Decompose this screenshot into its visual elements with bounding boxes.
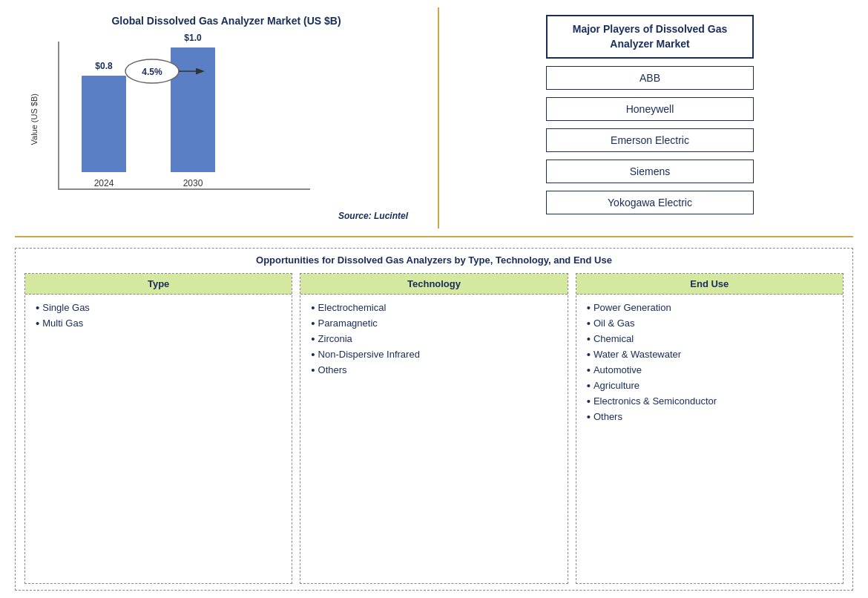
cagr-svg: 4.5% bbox=[115, 56, 211, 116]
top-section: Global Dissolved Gas Analyzer Market (US… bbox=[15, 7, 853, 237]
col-type-content: • Single Gas • Multi Gas bbox=[25, 295, 292, 336]
bullet-e5: • bbox=[587, 380, 591, 391]
source-label: Source: Lucintel bbox=[30, 211, 423, 221]
bar-year-2030: 2030 bbox=[183, 178, 203, 188]
enduse-item-6: • Electronics & Semiconductor bbox=[587, 395, 832, 407]
type-item-0: • Single Gas bbox=[36, 302, 281, 313]
col-type-header: Type bbox=[25, 274, 292, 295]
bullet-t1: • bbox=[311, 318, 315, 329]
col-technology: Technology • Electrochemical • Paramagne… bbox=[300, 273, 568, 584]
bullet-t3: • bbox=[311, 349, 315, 360]
bullet-t4: • bbox=[311, 364, 315, 375]
tech-item-4: • Others bbox=[311, 364, 556, 375]
col-type: Type • Single Gas • Multi Gas bbox=[24, 273, 292, 584]
col-technology-content: • Electrochemical • Paramagnetic • Zirco… bbox=[300, 295, 567, 383]
columns-row: Type • Single Gas • Multi Gas Technology… bbox=[24, 273, 844, 584]
players-title: Major Players of Dissolved Gas Analyzer … bbox=[546, 15, 754, 59]
bullet-t0: • bbox=[311, 302, 315, 313]
chart-section: Global Dissolved Gas Analyzer Market (US… bbox=[15, 7, 430, 229]
enduse-item-7: • Others bbox=[587, 411, 832, 422]
bars-container: $0.8 2024 $1.0 2030 bbox=[58, 42, 310, 190]
bar-value-2024: $0.8 bbox=[95, 61, 112, 71]
bullet-e4: • bbox=[587, 364, 591, 375]
enduse-item-4: • Automotive bbox=[587, 364, 832, 375]
player-yokogawa: Yokogawa Electric bbox=[546, 191, 754, 214]
player-siemens: Siemens bbox=[546, 160, 754, 183]
player-honeywell: Honeywell bbox=[546, 97, 754, 121]
enduse-item-0: • Power Generation bbox=[587, 302, 832, 313]
enduse-item-3: • Water & Wastewater bbox=[587, 349, 832, 360]
tech-item-3: • Non-Dispersive Infrared bbox=[311, 349, 556, 360]
col-enduse: End Use • Power Generation • Oil & Gas •… bbox=[576, 273, 844, 584]
enduse-item-2: • Chemical bbox=[587, 333, 832, 344]
col-enduse-content: • Power Generation • Oil & Gas • Chemica… bbox=[576, 295, 843, 430]
player-abb: ABB bbox=[546, 66, 754, 90]
bullet-0: • bbox=[36, 302, 39, 313]
chart-area: Value (US $B) $0.8 2024 $1.0 2030 bbox=[30, 34, 423, 205]
bullet-e7: • bbox=[587, 411, 591, 422]
player-emerson: Emerson Electric bbox=[546, 128, 754, 152]
bar-value-2030: $1.0 bbox=[184, 33, 201, 43]
col-technology-header: Technology bbox=[300, 274, 567, 295]
tech-item-2: • Zirconia bbox=[311, 333, 556, 344]
bullet-e6: • bbox=[587, 395, 591, 407]
enduse-item-1: • Oil & Gas bbox=[587, 318, 832, 329]
type-item-1: • Multi Gas bbox=[36, 318, 281, 329]
bullet-1: • bbox=[36, 318, 39, 329]
bullet-e0: • bbox=[587, 302, 591, 313]
cagr-annotation: 4.5% bbox=[115, 56, 211, 119]
tech-item-1: • Paramagnetic bbox=[311, 318, 556, 329]
bullet-e1: • bbox=[587, 318, 591, 329]
bullet-e3: • bbox=[587, 349, 591, 360]
tech-item-0: • Electrochemical bbox=[311, 302, 556, 313]
bottom-section: Opportunities for Dissolved Gas Analyzer… bbox=[15, 248, 853, 591]
bullet-t2: • bbox=[311, 333, 315, 344]
col-enduse-header: End Use bbox=[576, 274, 843, 295]
y-axis-label: Value (US $B) bbox=[30, 93, 39, 145]
enduse-item-5: • Agriculture bbox=[587, 380, 832, 391]
bullet-e2: • bbox=[587, 333, 591, 344]
bar-year-2024: 2024 bbox=[94, 178, 114, 188]
players-section: Major Players of Dissolved Gas Analyzer … bbox=[447, 7, 853, 229]
bottom-title: Opportunities for Dissolved Gas Analyzer… bbox=[24, 254, 844, 266]
chart-title: Global Dissolved Gas Analyzer Market (US… bbox=[111, 15, 341, 27]
cagr-text: 4.5% bbox=[142, 67, 162, 77]
vertical-divider bbox=[438, 7, 439, 229]
